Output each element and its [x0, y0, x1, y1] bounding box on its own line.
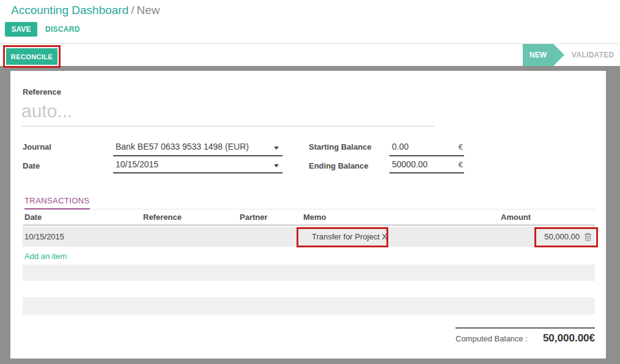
computed-balance: Computed Balance : 50,000.00€: [456, 332, 595, 344]
ending-balance-value: 50000.00: [392, 159, 427, 169]
cell-date[interactable]: 10/15/2015: [24, 227, 64, 247]
odoo-bank-statement-screen: Accounting Dashboard/New SAVE DISCARD RE…: [0, 0, 620, 364]
form-sheet: Reference Journal Bank BE57 0633 9533 14…: [10, 71, 606, 359]
action-toolbar: RECONCILE NEW VALIDATED: [0, 43, 620, 66]
date-label: Date: [23, 161, 40, 170]
currency-symbol: €: [459, 160, 463, 169]
column-header-amount: Amount: [501, 209, 531, 225]
computed-balance-label: Computed Balance :: [456, 334, 528, 343]
ending-balance-label: Ending Balance: [309, 161, 369, 170]
date-value: 10/15/2015: [116, 159, 158, 169]
breadcrumb-current: New: [137, 4, 160, 16]
empty-list-row: [23, 297, 595, 315]
annotation-box-reconcile: RECONCILE: [3, 45, 61, 68]
page-background: Reference Journal Bank BE57 0633 9533 14…: [0, 66, 620, 364]
statusbar-state-validated[interactable]: VALIDATED: [572, 44, 614, 66]
caret-down-icon[interactable]: [274, 147, 279, 150]
notebook-tabs: TRANSACTIONS: [23, 195, 595, 209]
starting-balance-field[interactable]: 0.00 €: [389, 140, 464, 156]
caret-down-icon[interactable]: [274, 164, 279, 167]
ending-balance-field[interactable]: 50000.00 €: [389, 158, 464, 173]
app-header: Accounting Dashboard/New SAVE DISCARD: [0, 0, 620, 43]
column-header-date: Date: [24, 209, 42, 225]
starting-balance-value: 0.00: [392, 142, 408, 151]
transactions-table-header: Date Reference Partner Memo Amount: [23, 209, 595, 225]
empty-list-row: [23, 264, 595, 281]
date-select[interactable]: 10/15/2015: [113, 158, 282, 173]
journal-label: Journal: [23, 142, 51, 151]
reference-label: Reference: [23, 87, 61, 96]
tab-transactions[interactable]: TRANSACTIONS: [24, 196, 90, 209]
computed-balance-value: 50,000.00€: [543, 332, 595, 344]
statusbar-state-new[interactable]: NEW: [523, 44, 553, 66]
reference-input[interactable]: [21, 96, 435, 126]
journal-select[interactable]: Bank BE57 0633 9533 1498 (EUR): [113, 140, 282, 156]
discard-button[interactable]: DISCARD: [45, 25, 80, 34]
computed-balance-rule: [456, 327, 595, 329]
save-button[interactable]: SAVE: [5, 22, 37, 37]
column-header-partner: Partner: [240, 209, 268, 225]
add-an-item-link[interactable]: Add an item: [24, 249, 67, 264]
currency-symbol: €: [459, 142, 463, 151]
journal-value: Bank BE57 0633 9533 1498 (EUR): [116, 142, 249, 151]
reconcile-button[interactable]: RECONCILE: [6, 48, 57, 65]
breadcrumb-parent-link[interactable]: Accounting Dashboard: [11, 4, 128, 16]
column-header-memo: Memo: [303, 209, 327, 225]
starting-balance-label: Starting Balance: [309, 142, 372, 151]
annotation-box-amount: [534, 227, 598, 247]
breadcrumb-separator: /: [128, 4, 136, 16]
breadcrumb: Accounting Dashboard/New: [11, 4, 160, 17]
annotation-box-memo: [297, 227, 388, 247]
column-header-reference: Reference: [143, 209, 182, 225]
